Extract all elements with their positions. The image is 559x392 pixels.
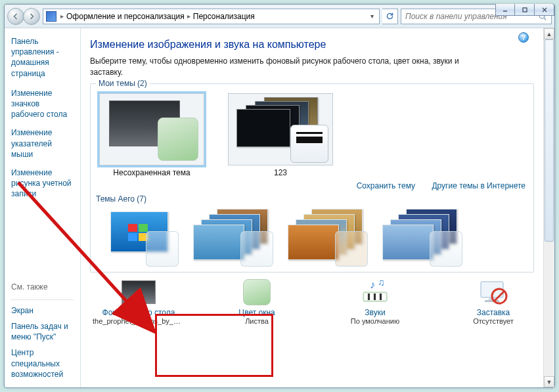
svg-rect-6 [128,224,137,232]
body: Панель управления - домашняя страница Из… [5,28,554,387]
link-more-themes[interactable]: Другие темы в Интернете [432,181,525,190]
breadcrumb[interactable]: ▸ Оформление и персонализация ▸ Персонал… [60,12,255,21]
address-dropdown[interactable]: ▾ [368,12,376,20]
window-caption-buttons [495,4,554,16]
page-title: Изменение изображения и звука на компьют… [90,39,539,51]
theme-123[interactable]: 123 [225,93,336,177]
link-save-theme[interactable]: Сохранить тему [357,181,415,190]
see-also-display[interactable]: Экран [11,305,74,316]
refresh-button[interactable] [382,9,398,24]
setting-desktop-background[interactable]: Фон рабочего стола the_prophet_returns_b… [93,279,185,325]
content: ? Изменение изображения и звука на компь… [81,28,543,387]
svg-rect-17 [376,294,379,300]
main: ? Изменение изображения и звука на компь… [81,28,554,387]
window: ▸ Оформление и персонализация ▸ Персонал… [4,4,555,388]
nav-bar: ▸ Оформление и персонализация ▸ Персонал… [5,5,554,28]
search-placeholder: Поиск в панели управления [405,12,507,21]
breadcrumb-1[interactable]: Оформление и персонализация [66,12,185,21]
theme-preview [228,93,333,165]
desktop-background-icon [122,279,156,305]
svg-text:♪: ♪ [370,279,375,290]
screensaver-icon [476,279,510,305]
theme-unsaved[interactable]: Несохраненная тема [96,93,208,177]
theme-links: Сохранить тему Другие темы в Интернете [96,177,528,192]
see-also-header: См. также [11,282,74,292]
settings-row: Фон рабочего стола the_prophet_returns_b… [90,272,539,325]
svg-rect-15 [370,294,373,300]
breadcrumb-2[interactable]: Персонализация [193,12,255,21]
sidebar: Панель управления - домашняя страница Из… [5,28,81,387]
svg-rect-7 [139,224,148,232]
scroll-track[interactable] [544,39,554,376]
control-panel-icon [46,11,56,22]
svg-rect-14 [368,294,370,300]
sidebar-link-desktop-icons[interactable]: Изменение значков рабочего стола [11,88,74,120]
sidebar-link-mouse-pointers[interactable]: Изменение указателей мыши [11,127,74,160]
window-color-icon [240,279,274,305]
svg-rect-22 [485,300,499,302]
aero-theme-3[interactable] [285,209,369,267]
page-subtitle: Выберите тему, чтобы одновременно измени… [90,56,471,78]
back-button[interactable] [7,8,24,25]
sidebar-home[interactable]: Панель управления - домашняя страница [11,36,74,79]
theme-label: 123 [225,168,336,177]
nav-buttons [7,8,40,25]
maximize-button[interactable] [515,4,535,16]
address-bar[interactable]: ▸ Оформление и персонализация ▸ Персонал… [43,9,380,24]
help-icon[interactable]: ? [518,32,529,43]
minimize-button[interactable] [495,4,515,16]
setting-sounds[interactable]: ♪ ♫ Звуки По умолчанию [329,279,421,325]
aero-theme-2[interactable] [190,209,275,267]
setting-screensaver[interactable]: Заставка Отсутствует [447,279,539,325]
svg-rect-19 [382,294,386,300]
svg-rect-13 [365,294,367,300]
theme-preview [99,93,204,165]
theme-label: Несохраненная тема [96,168,208,177]
sounds-icon: ♪ ♫ [358,279,392,305]
setting-window-color[interactable]: Цвет окна Листва [211,279,303,325]
svg-rect-1 [523,8,527,12]
see-also-taskbar[interactable]: Панель задач и меню "Пуск" [11,321,74,342]
svg-rect-18 [380,294,382,300]
scroll-thumb[interactable] [545,39,554,242]
aero-themes [96,204,528,267]
group-my-themes-label: Мои темы (2) [96,79,150,88]
forward-button[interactable] [23,8,40,25]
svg-rect-16 [374,294,376,300]
divider [11,299,74,300]
close-button[interactable] [535,4,554,16]
vertical-scrollbar[interactable]: ▲ ▼ [543,28,554,387]
sidebar-link-account-picture[interactable]: Изменение рисунка учетной записи [11,167,74,200]
scroll-up-button[interactable]: ▲ [544,28,554,39]
see-also-ease-of-access[interactable]: Центр специальных возможностей [11,347,74,380]
group-my-themes: Мои темы (2) Несохраненная тема [90,83,534,272]
aero-theme-4[interactable] [380,209,464,267]
scroll-down-button[interactable]: ▼ [544,376,554,387]
svg-line-5 [544,18,546,20]
group-aero-label: Темы Aero (7) [96,194,146,204]
svg-rect-8 [128,233,137,241]
aero-theme-1[interactable] [96,209,180,267]
svg-text:♫: ♫ [378,278,385,288]
